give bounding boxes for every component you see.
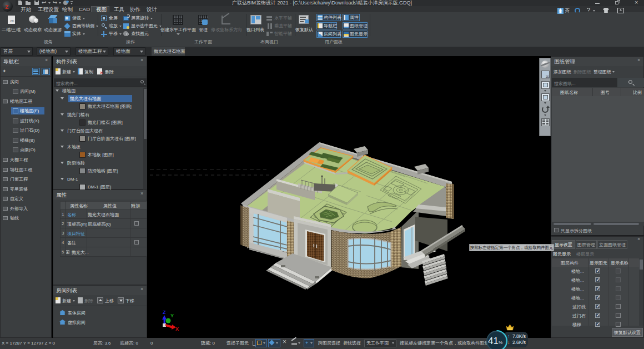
svg-text:Z: Z — [163, 310, 166, 315]
svg-text:X: X — [175, 326, 179, 332]
svg-text:Y: Y — [170, 313, 174, 318]
